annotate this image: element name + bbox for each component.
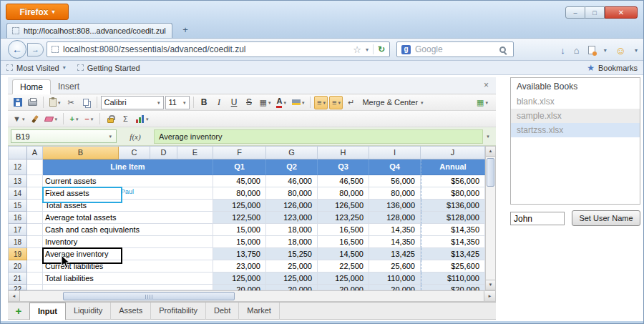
copy-button[interactable] [79, 96, 93, 109]
cell-F14[interactable]: 80,000 [213, 187, 266, 200]
cell-G12[interactable]: Q2 [266, 159, 318, 175]
cell-J20[interactable]: $25,600 [421, 260, 485, 273]
underline-button[interactable]: U [228, 96, 241, 109]
row-header-15[interactable]: 15 [9, 200, 27, 212]
wrap-text-button[interactable]: ↵ [344, 96, 358, 109]
cell-reference-box[interactable]: B19 ▾ [11, 129, 117, 143]
formula-input[interactable]: Average inventory [154, 129, 483, 144]
cell-A13[interactable] [27, 175, 43, 187]
cell-H13[interactable]: 46,500 [318, 175, 369, 187]
overflow-caret-icon[interactable]: ▾ [635, 47, 638, 54]
cell-I12[interactable]: Q4 [369, 159, 421, 175]
cell-J15[interactable]: $136,000 [421, 200, 485, 212]
cell-I22[interactable]: 20,000 [369, 285, 421, 290]
cell-B12[interactable]: Line Item [43, 159, 213, 175]
row-header-12[interactable]: 12 [9, 159, 27, 175]
feedback-smiley-icon[interactable]: ☺ [615, 44, 626, 57]
url-bar[interactable]: localhost:8080/zsessentials/advanced/coe… [47, 41, 390, 57]
cell-A14[interactable] [27, 187, 43, 200]
reload-icon[interactable]: ↻ [373, 44, 385, 54]
cell-I18[interactable]: 14,350 [369, 236, 421, 248]
vertical-align-button[interactable]: ≡▾ [314, 96, 328, 109]
row-header-17[interactable]: 17 [9, 224, 27, 236]
sheet-tab-assets[interactable]: Assets [111, 303, 151, 320]
cell-H19[interactable]: 14,500 [318, 248, 369, 260]
most-visited-item[interactable]: Most Visited ▾ [6, 64, 66, 72]
cell-B17[interactable]: Cash and cash equivalents [43, 224, 213, 236]
browser-tab[interactable]: http://localhost:808...advanced/coedit.z… [6, 23, 172, 38]
cell-F22[interactable]: 20,000 [213, 285, 266, 290]
new-tab-button[interactable]: + [177, 24, 194, 36]
cell-H14[interactable]: 80,000 [318, 187, 369, 200]
cell-I17[interactable]: 14,350 [369, 224, 421, 236]
row-header-13[interactable]: 13 [9, 175, 27, 187]
column-header-F[interactable]: F [213, 147, 266, 159]
cell-A22[interactable] [27, 285, 43, 290]
cell-J19[interactable]: $13,425 [421, 248, 485, 260]
cell-G15[interactable]: 126,000 [266, 200, 318, 212]
cell-F16[interactable]: 122,500 [213, 212, 266, 224]
home-icon[interactable]: ⌂ [574, 45, 580, 56]
cell-F17[interactable]: 15,000 [213, 224, 266, 236]
column-header-I[interactable]: I [369, 147, 421, 159]
cell-H16[interactable]: 123,250 [318, 212, 369, 224]
search-box[interactable]: g Google [396, 41, 514, 57]
clear-button[interactable]: ▾ [43, 112, 59, 126]
cell-B14[interactable]: Fixed assetsPaul [43, 187, 213, 200]
cell-A19[interactable] [27, 248, 43, 260]
sheet-tab-input[interactable]: Input [29, 303, 66, 320]
cell-G22[interactable]: 20,000 [266, 285, 318, 290]
sheet-tab-debt[interactable]: Debt [206, 303, 239, 320]
book-item-0[interactable]: blank.xlsx [511, 94, 640, 109]
bold-button[interactable]: B [197, 96, 211, 109]
scroll-down-icon[interactable]: ▼ [486, 280, 495, 290]
insert-function-button[interactable]: Σ [119, 112, 132, 126]
cell-G17[interactable]: 18,000 [266, 224, 318, 236]
protect-sheet-button[interactable] [104, 112, 117, 126]
url-dropdown-icon[interactable]: ▾ [366, 46, 369, 53]
row-header-14[interactable]: 14 [9, 187, 27, 200]
getting-started-item[interactable]: Getting Started [77, 64, 140, 72]
cell-I13[interactable]: 56,000 [369, 175, 421, 187]
font-size-select[interactable]: 11▾ [165, 96, 190, 109]
book-item-1[interactable]: sample.xlsx [511, 109, 640, 123]
forward-button[interactable]: → [27, 43, 44, 57]
save-button[interactable] [11, 96, 24, 109]
cell-A17[interactable] [27, 224, 43, 236]
cell-H15[interactable]: 126,500 [318, 200, 369, 212]
sheet-tab-profitability[interactable]: Profitability [151, 303, 206, 320]
cell-A16[interactable] [27, 212, 43, 224]
cell-J21[interactable]: $110,000 [421, 273, 485, 285]
row-header-19[interactable]: 19 [9, 248, 27, 260]
cell-J12[interactable]: Annual [421, 159, 485, 175]
horizontal-scrollbar[interactable]: ◄ ► [8, 290, 496, 302]
cell-A18[interactable] [27, 236, 43, 248]
cell-I21[interactable]: 110,000 [369, 273, 421, 285]
row-header-21[interactable]: 21 [9, 273, 27, 285]
close-button[interactable]: ✕ [605, 6, 638, 19]
ribbon-tab-insert[interactable]: Insert [51, 79, 87, 94]
cell-J13[interactable]: $56,000 [421, 175, 485, 187]
cell-A12[interactable] [27, 159, 43, 175]
cell-G13[interactable]: 46,000 [266, 175, 318, 187]
scroll-right-icon[interactable]: ► [484, 291, 495, 301]
cell-A20[interactable] [27, 260, 43, 273]
cell-B18[interactable]: Inventory [43, 236, 213, 248]
search-icon[interactable] [499, 46, 506, 53]
cell-H18[interactable]: 16,500 [318, 236, 369, 248]
cell-B21[interactable]: Total liabilities [43, 273, 213, 285]
font-color-button[interactable]: A▾ [274, 96, 288, 109]
cell-G21[interactable]: 125,000 [266, 273, 318, 285]
table-style-button[interactable]: ▦▾ [474, 96, 490, 109]
minimize-button[interactable]: – [565, 6, 585, 19]
sort-filter-button[interactable]: ▼▾ [11, 112, 26, 126]
row-header-22[interactable]: 22 [9, 285, 27, 290]
sheet-tab-liquidity[interactable]: Liquidity [66, 303, 111, 320]
strikethrough-button[interactable]: S [243, 96, 256, 109]
cell-J22[interactable]: $20,000 [421, 285, 485, 290]
column-header-J[interactable]: J [421, 147, 485, 159]
cell-G14[interactable]: 80,000 [266, 187, 318, 200]
print-button[interactable] [26, 96, 39, 109]
cell-I16[interactable]: 128,000 [369, 212, 421, 224]
cell-J17[interactable]: $14,350 [421, 224, 485, 236]
